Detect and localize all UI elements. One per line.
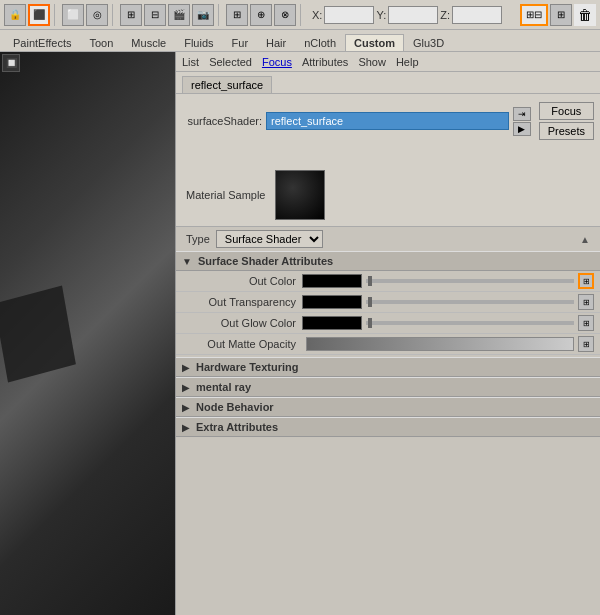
out-matte-opacity-label: Out Matte Opacity — [182, 338, 302, 350]
material-sample-label: Material Sample — [186, 189, 265, 201]
menu-focus[interactable]: Focus — [262, 56, 292, 68]
attrs-section: ▼ Surface Shader Attributes Out Color ⊞ … — [176, 251, 600, 615]
x-label: X: — [312, 9, 322, 21]
snap-icon[interactable]: ⊕ — [250, 4, 272, 26]
surface-shader-input[interactable] — [266, 112, 509, 130]
out-color-swatch — [302, 274, 362, 288]
surface-shader-section-title: Surface Shader Attributes — [198, 255, 333, 267]
out-glow-color-row: Out Glow Color ⊞ — [176, 313, 600, 334]
out-matte-opacity-slider[interactable] — [306, 337, 574, 351]
extra-attributes-header[interactable]: ▶ Extra Attributes — [176, 417, 600, 437]
z-input[interactable] — [452, 6, 502, 24]
select-tool-icon[interactable]: ⬛ — [28, 4, 50, 26]
shader-info-area: surfaceShader: ⇥ ▶ Focus Presets Show Hi… — [176, 94, 600, 164]
channel-box-icon[interactable]: ⊞ — [550, 4, 572, 26]
panel-tab-area: reflect_surface — [176, 72, 600, 94]
menu-attributes[interactable]: Attributes — [302, 56, 348, 68]
out-matte-opacity-icon-btn[interactable]: ⊞ — [578, 336, 594, 352]
menu-show[interactable]: Show — [358, 56, 386, 68]
node-behavior-arrow: ▶ — [182, 402, 190, 413]
attribute-editor-icon[interactable]: ⊞⊟ — [520, 4, 548, 26]
scroll-arrow-up[interactable]: ▲ — [580, 234, 590, 245]
render-icon[interactable]: 🎬 — [168, 4, 190, 26]
transform-tool-icon[interactable]: ⊟ — [144, 4, 166, 26]
out-glow-color-slider[interactable] — [366, 321, 574, 325]
out-color-row: Out Color ⊞ — [176, 271, 600, 292]
extra-attributes-title: Extra Attributes — [196, 421, 278, 433]
mental-ray-title: mental ray — [196, 381, 251, 393]
shader-btn-1[interactable]: ⇥ — [513, 107, 531, 121]
right-panel: List Selected Focus Attributes Show Help… — [175, 52, 600, 615]
tab-custom[interactable]: Custom — [345, 34, 404, 51]
surface-shader-section-header[interactable]: ▼ Surface Shader Attributes — [176, 251, 600, 271]
focus-button[interactable]: Focus — [539, 102, 594, 120]
hardware-texturing-title: Hardware Texturing — [196, 361, 299, 373]
out-color-label: Out Color — [182, 275, 302, 287]
y-label: Y: — [376, 9, 386, 21]
out-color-icon-btn[interactable]: ⊞ — [578, 273, 594, 289]
out-transparency-row: Out Transparency ⊞ — [176, 292, 600, 313]
section-collapse-arrow: ▼ — [182, 256, 192, 267]
camera-icon[interactable]: 📷 — [192, 4, 214, 26]
mental-ray-arrow: ▶ — [182, 382, 190, 393]
menu-help[interactable]: Help — [396, 56, 419, 68]
separator-3 — [218, 4, 222, 26]
tab-ncloth[interactable]: nCloth — [295, 34, 345, 51]
main-toolbar: 🔒 ⬛ ⬜ ◎ ⊞ ⊟ 🎬 📷 ⊞ ⊕ ⊗ X: Y: Z: ⊞⊟ ⊞ 🗑 — [0, 0, 600, 30]
tab-painteffects[interactable]: PaintEffects — [4, 34, 81, 51]
z-label: Z: — [440, 9, 450, 21]
shader-row: surfaceShader: ⇥ ▶ Focus Presets — [182, 102, 594, 140]
presets-button[interactable]: Presets — [539, 122, 594, 140]
rotate-tool-icon[interactable]: ◎ — [86, 4, 108, 26]
hardware-texturing-header[interactable]: ▶ Hardware Texturing — [176, 357, 600, 377]
magnet-icon[interactable]: ⊗ — [274, 4, 296, 26]
out-transparency-label: Out Transparency — [182, 296, 302, 308]
separator-4 — [300, 4, 304, 26]
mental-ray-header[interactable]: ▶ mental ray — [176, 377, 600, 397]
out-matte-opacity-row: Out Matte Opacity ⊞ — [176, 334, 600, 355]
type-label: Type — [186, 233, 210, 245]
top-right-icons: ⊞⊟ ⊞ 🗑 — [520, 4, 596, 26]
left-viewport: 🔲 — [0, 52, 175, 615]
node-behavior-title: Node Behavior — [196, 401, 274, 413]
tab-fur[interactable]: Fur — [223, 34, 258, 51]
type-select[interactable]: Surface Shader — [216, 230, 323, 248]
node-behavior-header[interactable]: ▶ Node Behavior — [176, 397, 600, 417]
shader-btn-2[interactable]: ▶ — [513, 122, 531, 136]
out-transparency-swatch — [302, 295, 362, 309]
out-color-slider[interactable] — [366, 279, 574, 283]
material-section: Material Sample — [176, 164, 600, 226]
scale-tool-icon[interactable]: ⊞ — [120, 4, 142, 26]
out-transparency-icon-btn[interactable]: ⊞ — [578, 294, 594, 310]
shader-side-buttons: ⇥ ▶ — [513, 107, 531, 136]
out-transparency-slider[interactable] — [366, 300, 574, 304]
type-row: Type Surface Shader ▲ — [176, 226, 600, 251]
out-glow-color-icon-btn[interactable]: ⊞ — [578, 315, 594, 331]
tab-hair[interactable]: Hair — [257, 34, 295, 51]
action-btn-group: Focus Presets — [539, 102, 594, 140]
out-glow-color-swatch — [302, 316, 362, 330]
lock-icon[interactable]: 🔒 — [4, 4, 26, 26]
extra-attributes-arrow: ▶ — [182, 422, 190, 433]
move-tool-icon[interactable]: ⬜ — [62, 4, 84, 26]
y-input[interactable] — [388, 6, 438, 24]
material-swatch — [275, 170, 325, 220]
grid-icon[interactable]: ⊞ — [226, 4, 248, 26]
tab-glu3d[interactable]: Glu3D — [404, 34, 453, 51]
separator-2 — [112, 4, 116, 26]
main-container: 🔲 List Selected Focus Attributes Show He… — [0, 52, 600, 615]
surface-shader-label: surfaceShader: — [182, 115, 262, 127]
hardware-texturing-arrow: ▶ — [182, 362, 190, 373]
x-input[interactable] — [324, 6, 374, 24]
trash-icon[interactable]: 🗑 — [574, 4, 596, 26]
panel-menubar: List Selected Focus Attributes Show Help — [176, 52, 600, 72]
xyz-inputs: X: Y: Z: — [312, 6, 502, 24]
menu-list[interactable]: List — [182, 56, 199, 68]
tab-muscle[interactable]: Muscle — [122, 34, 175, 51]
separator-1 — [54, 4, 58, 26]
reflect-surface-tab[interactable]: reflect_surface — [182, 76, 272, 93]
tab-fluids[interactable]: Fluids — [175, 34, 222, 51]
menu-selected[interactable]: Selected — [209, 56, 252, 68]
tab-toon[interactable]: Toon — [81, 34, 123, 51]
out-glow-color-label: Out Glow Color — [182, 317, 302, 329]
